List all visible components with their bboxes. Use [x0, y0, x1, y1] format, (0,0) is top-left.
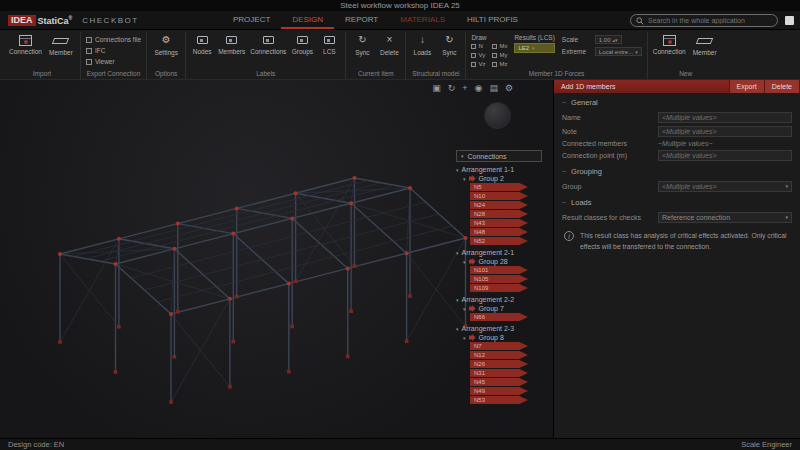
new-connection-button[interactable]: Connection [653, 34, 686, 55]
fit-view-icon[interactable]: ▣ [432, 83, 441, 93]
tab-design[interactable]: DESIGN [281, 11, 334, 29]
connection-node-tag[interactable]: N10 [470, 192, 528, 200]
results-label: Results (LCS) [514, 34, 554, 41]
extreme-dropdown[interactable]: Local extre... ▾ [595, 47, 642, 56]
connection-node-tag[interactable]: N48 [470, 228, 528, 236]
connection-node-tag[interactable]: N53 [470, 396, 528, 404]
labels-connections-toggle[interactable]: Connections [250, 34, 286, 55]
checkbox-icon [86, 37, 92, 43]
properties-header: Add 1D members Export Delete [554, 80, 800, 93]
labels-nodes-toggle[interactable]: Nodes [191, 34, 213, 55]
group-item[interactable]: ▾Group 2 [463, 175, 553, 182]
collapse-icon: − [562, 99, 566, 106]
settings-button[interactable]: ⚙ Settings [152, 34, 180, 56]
labels-members-toggle[interactable]: Members [218, 34, 245, 55]
component-n-toggle[interactable]: N [471, 42, 485, 50]
tree-title[interactable]: ▾ Connections [456, 150, 542, 162]
group-dropdown[interactable]: <Multiple values> ▾ [658, 181, 792, 192]
connection-node-tag[interactable]: N5 [470, 183, 528, 191]
notifications-button[interactable] [785, 16, 794, 25]
stepper-arrows-icon: ▴▾ [613, 37, 618, 43]
group-label-new: New [653, 69, 719, 79]
search-box[interactable] [630, 14, 778, 27]
app-logo: IDEA StatiCa® CHECKBOT [8, 15, 139, 26]
connection-node-tag[interactable]: N49 [470, 387, 528, 395]
export-ifc[interactable]: IFC [86, 45, 105, 56]
delete-button[interactable]: Delete [765, 80, 800, 93]
name-input[interactable] [658, 112, 792, 123]
collapse-icon: − [562, 168, 566, 175]
connection-node-tag[interactable]: N66 [470, 313, 528, 321]
window-title: Steel workflow workshop IDEA 25 [0, 0, 800, 11]
arrangement-item[interactable]: ▾Arrangement 2-2 [456, 296, 553, 303]
checkbox-icon [471, 62, 476, 67]
labels-lcs-toggle[interactable]: LCS [318, 34, 340, 55]
connection-node-tag[interactable]: N101 [470, 266, 528, 274]
group-arrow-icon [469, 305, 476, 312]
import-member-button[interactable]: Member [47, 34, 75, 56]
connection-node-tag[interactable]: N7 [470, 342, 528, 350]
scale-stepper[interactable]: 1.00 ▴▾ [595, 35, 622, 44]
group-arrow-icon [469, 258, 476, 265]
connection-node-tag[interactable]: N31 [470, 369, 528, 377]
group-label: Group 2 [479, 175, 504, 182]
tab-project[interactable]: PROJECT [222, 11, 281, 29]
arrangement-item[interactable]: ▾Arrangement 2-1 [456, 249, 553, 256]
loads-button[interactable]: ↓ Loads [411, 34, 433, 56]
sync-item-button[interactable]: ↻ Sync [351, 34, 373, 56]
result-classes-dropdown[interactable]: Reference connection ▾ [658, 212, 792, 223]
group-item[interactable]: ▾Group 28 [463, 258, 553, 265]
component-my-toggle[interactable]: My [492, 51, 507, 59]
view-cube[interactable] [484, 102, 511, 129]
add-1d-members-button[interactable]: Add 1D members [554, 80, 730, 93]
component-vy-toggle[interactable]: Vy [471, 51, 485, 59]
search-input[interactable] [648, 17, 772, 24]
connection-point-input[interactable] [658, 150, 792, 161]
layers-icon[interactable]: ▤ [489, 83, 498, 93]
connection-node-tag[interactable]: N28 [470, 210, 528, 218]
connection-node-tag[interactable]: N43 [470, 219, 528, 227]
group-item[interactable]: ▾Group 8 [463, 334, 553, 341]
results-dropdown[interactable]: LE2 ▾ [514, 43, 554, 53]
arrangement-item[interactable]: ▾Arrangement 1-1 [456, 166, 553, 173]
connection-node-tag[interactable]: N45 [470, 378, 528, 386]
visibility-icon[interactable]: ◉ [475, 83, 483, 93]
import-connection-button[interactable]: Connection [9, 34, 42, 55]
pan-icon[interactable]: + [462, 83, 467, 93]
connection-node-tag[interactable]: N26 [470, 360, 528, 368]
component-mx-toggle[interactable]: Mx [492, 42, 507, 50]
connection-node-tag[interactable]: N12 [470, 351, 528, 359]
sync-model-button[interactable]: ↻ Sync [438, 34, 460, 56]
group-item[interactable]: ▾Group 7 [463, 305, 553, 312]
orbit-icon[interactable]: ↻ [448, 83, 456, 93]
component-mz-toggle[interactable]: Mz [492, 60, 507, 68]
tab-report[interactable]: REPORT [334, 11, 389, 29]
section-loads[interactable]: − Loads [554, 193, 800, 210]
ribbon-group-member-forces: Draw N Mx Vy My Vz Mz Results (LCS) LE2 … [466, 32, 647, 79]
ribbon-group-new: Connection Member New [648, 32, 724, 79]
arrangement-item[interactable]: ▾Arrangement 2-3 [456, 325, 553, 332]
tab-hilti-profis[interactable]: HILTI PROFIS [456, 11, 529, 29]
group-label-options: Options [152, 69, 180, 79]
tab-materials[interactable]: MATERIALS [389, 11, 456, 29]
section-grouping[interactable]: − Grouping [554, 162, 800, 179]
chevron-down-icon: ▾ [463, 306, 466, 312]
connection-node-tag[interactable]: N24 [470, 201, 528, 209]
connection-node-tag[interactable]: N105 [470, 275, 528, 283]
component-vz-toggle[interactable]: Vz [471, 60, 485, 68]
new-member-button[interactable]: Member [691, 34, 719, 56]
settings-icon[interactable]: ⚙ [505, 83, 513, 93]
connection-node-tag[interactable]: N109 [470, 284, 528, 292]
section-general[interactable]: − General [554, 93, 800, 110]
labels-groups-toggle[interactable]: Groups [291, 34, 313, 55]
group-label: Group 28 [479, 258, 508, 265]
3d-viewport[interactable]: ▣↻+◉▤⚙ ▾ Connections ▾Arrangement 1-1▾Gr… [0, 80, 553, 438]
export-connections-file[interactable]: Connections file [86, 34, 141, 45]
note-input[interactable] [658, 126, 792, 137]
delete-icon: × [386, 34, 392, 47]
delete-item-button[interactable]: × Delete [378, 34, 400, 56]
export-viewer[interactable]: Viewer [86, 56, 115, 67]
sync-icon: ↻ [445, 34, 453, 47]
connection-node-tag[interactable]: N52 [470, 237, 528, 245]
export-button[interactable]: Export [730, 80, 765, 93]
